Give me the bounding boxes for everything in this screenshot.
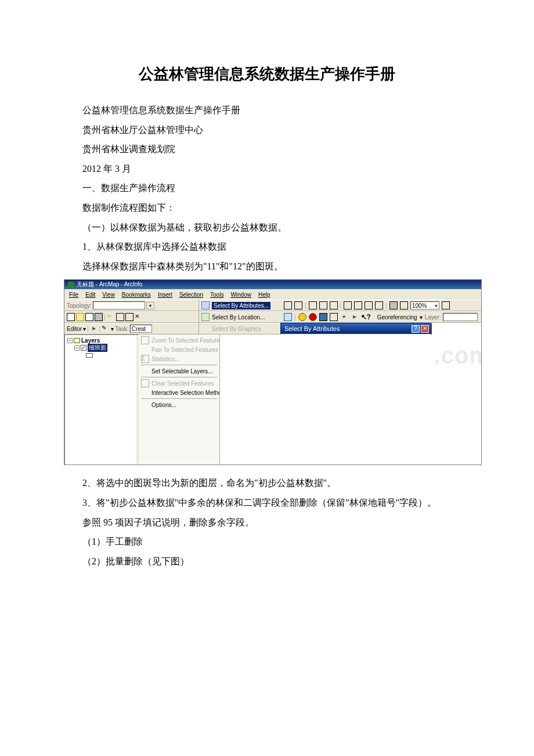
chevron-down-icon[interactable]: ▾ <box>111 326 114 332</box>
tool-icon[interactable] <box>400 301 408 309</box>
tool-icon[interactable] <box>284 301 292 309</box>
watermark: .com <box>434 343 482 369</box>
tool-icon[interactable] <box>365 301 373 309</box>
plus-icon[interactable] <box>340 313 348 321</box>
toolbar-row-2: | ✂ ✕ Select By Location... | ↖? Georefe… <box>64 311 481 323</box>
tool-icon[interactable] <box>309 301 317 309</box>
menu-tools[interactable]: Tools <box>208 291 226 298</box>
georeferencing-label[interactable]: Georeferencing <box>377 314 417 321</box>
paragraph: 2012 年 3 月 <box>64 159 470 179</box>
heading-1: 一、数据生产操作流程 <box>64 178 470 198</box>
tool-icon[interactable] <box>375 301 383 309</box>
layer-visibility-checkbox[interactable]: ✓ <box>81 345 86 351</box>
menu-file[interactable]: File <box>67 291 81 298</box>
pencil-icon[interactable]: ✎ <box>102 325 110 333</box>
open-icon[interactable] <box>76 313 84 321</box>
clear-selected-item: Clear Selected Features <box>151 380 214 387</box>
close-icon[interactable]: ✕ <box>421 325 429 333</box>
copy-icon[interactable] <box>116 313 124 321</box>
menu-help[interactable]: Help <box>256 291 273 298</box>
paragraph: 2、将选中的图斑导出为新的图层，命名为"初步公益林数据"。 <box>64 473 470 493</box>
paragraph: 贵州省林业调查规划院 <box>64 139 470 159</box>
app-icon <box>68 282 74 288</box>
tool-icon[interactable] <box>294 301 302 309</box>
paragraph: 参照 95 项因子填记说明，删除多余字段。 <box>64 513 470 532</box>
pan-to-selected-item: Pan To Selected Features <box>151 347 218 353</box>
clear-icon <box>141 379 149 387</box>
print-icon[interactable] <box>95 313 103 321</box>
paragraph: 选择林保数据库中森林类别为"11"和"12"的图斑。 <box>64 257 470 276</box>
set-selectable-layers-item[interactable]: Set Selectable Layers... <box>151 368 213 375</box>
tool-icon[interactable] <box>330 301 338 309</box>
options-item[interactable]: Options... <box>151 402 176 408</box>
what-icon[interactable] <box>351 313 359 321</box>
select-by-location-item[interactable]: Select By Location... <box>212 314 265 321</box>
dataframe-icon <box>74 338 80 343</box>
selection-menu-dropdown: Zoom To Selected Features Pan To Selecte… <box>139 334 220 465</box>
tool-icon[interactable] <box>319 301 327 309</box>
blank-icon <box>141 388 149 397</box>
editor-dropdown[interactable]: Editor <box>67 326 82 332</box>
select-by-attributes-item-hl[interactable]: Select By Attributes... <box>212 302 270 309</box>
map-canvas[interactable]: .com <box>220 334 481 465</box>
interactive-selection-item[interactable]: Interactive Selection Method <box>151 390 219 396</box>
window-titlebar: 无标题 - ArcMap - ArcInfo <box>64 280 481 289</box>
task-combo[interactable]: Creat <box>130 325 152 333</box>
add-data-icon[interactable] <box>298 313 306 321</box>
layers-root-label[interactable]: Layers <box>81 337 100 344</box>
arrow-icon[interactable] <box>90 325 98 333</box>
tool-icon[interactable] <box>309 313 317 321</box>
toolbar-row-3: Editor ▾ | | ✎ ▾ Task: Creat Select By G… <box>64 323 481 334</box>
paragraph: （一）以林保数据为基础，获取初步公益林数据。 <box>64 218 470 237</box>
select-by-graphics-item: Select By Graphics <box>212 326 261 332</box>
menu-insert[interactable]: Insert <box>156 291 175 298</box>
new-icon[interactable] <box>67 313 75 321</box>
tool-icon[interactable] <box>354 301 362 309</box>
layer-item-selected[interactable]: 细班面 <box>88 344 107 352</box>
save-icon[interactable] <box>85 313 93 321</box>
menu-window[interactable]: Window <box>228 291 254 298</box>
arcmap-screenshot: 无标题 - ArcMap - ArcInfo File Edit View Bo… <box>64 279 482 465</box>
menu-bookmarks[interactable]: Bookmarks <box>120 291 153 298</box>
layer-label: Layer: <box>425 314 441 321</box>
sigma-icon: Σ <box>141 355 149 363</box>
splitter-handle[interactable] <box>136 335 139 465</box>
dialog-titlebar: Select By Attributes ? ✕ <box>281 323 431 334</box>
sql-icon <box>201 301 210 309</box>
paragraph: （1）手工删除 <box>64 532 470 552</box>
tool-icon[interactable] <box>319 313 327 321</box>
collapse-icon[interactable]: − <box>74 345 80 351</box>
paragraph: 3、将"初步公益林数据"中多余的林保和二调字段全部删除（保留"林保地籍号"字段）… <box>64 493 470 513</box>
menu-edit[interactable]: Edit <box>83 291 98 298</box>
print-icon[interactable] <box>389 301 398 309</box>
location-icon <box>201 313 210 321</box>
chevron-down-icon[interactable]: ▾ <box>420 314 423 321</box>
menubar: File Edit View Bookmarks Insert Selectio… <box>64 289 481 300</box>
menu-view[interactable]: View <box>100 291 117 298</box>
layer-symbol-swatch[interactable] <box>86 353 93 358</box>
tool-icon[interactable] <box>344 301 352 309</box>
statistics-item: Statistics... <box>151 356 179 362</box>
chevron-down-icon[interactable]: ▾ <box>83 326 86 332</box>
topology-combo[interactable] <box>93 301 145 309</box>
zoom-combo[interactable]: 100% <box>410 301 439 309</box>
delete-icon[interactable]: ✕ <box>135 313 143 321</box>
tool-icon[interactable] <box>330 313 338 321</box>
help-button[interactable]: ? <box>412 325 420 333</box>
chevron-down-icon[interactable]: ▾ <box>146 302 154 309</box>
zoom-to-selected-item: Zoom To Selected Features <box>151 337 219 344</box>
toolbar-row-1: Topology: ▾ Select By Attributes... | | … <box>64 300 481 311</box>
collapse-icon[interactable]: − <box>67 338 73 343</box>
layer-combo[interactable] <box>443 313 478 321</box>
paste-icon[interactable] <box>125 313 134 321</box>
tool-icon[interactable] <box>442 301 450 309</box>
paragraph: 贵州省林业厅公益林管理中心 <box>64 120 470 140</box>
blank-icon <box>141 367 149 375</box>
help-pointer-icon[interactable]: ↖? <box>361 313 371 321</box>
workarea: − Layers − ✓ 细班面 Zoom To Selected Featur… <box>64 334 481 465</box>
table-of-contents: − Layers − ✓ 细班面 <box>64 334 139 465</box>
menu-selection[interactable]: Selection <box>177 291 205 298</box>
zoom-icon <box>141 336 149 344</box>
tool-icon[interactable] <box>284 313 292 321</box>
paragraph: 数据制作流程图如下： <box>64 198 470 218</box>
